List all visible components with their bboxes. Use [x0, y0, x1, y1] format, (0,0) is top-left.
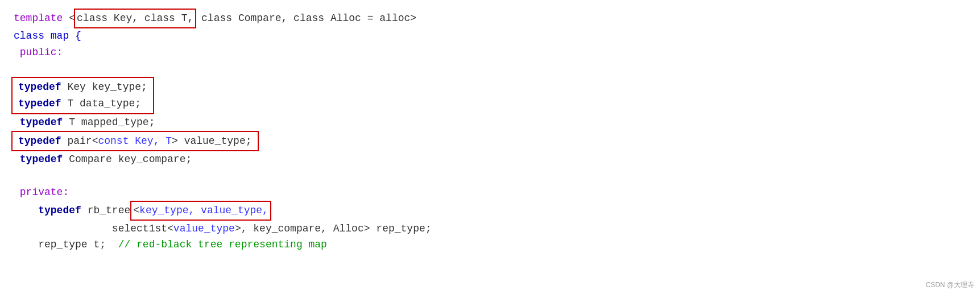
rep-type-t: rep_type t;	[14, 237, 118, 253]
code-line-10: typedef rb_tree<key_type, value_type,	[11, 201, 969, 221]
comment-red-black: // red-black tree representing map	[118, 237, 327, 253]
watermark: CSDN @大理寺	[925, 280, 974, 291]
rb-tree-params-box: <key_type, value_type,	[130, 201, 271, 221]
angle-bracket-close: >	[410, 10, 416, 27]
keyword-template: template	[14, 10, 69, 27]
code-line-8: typedef Compare key_compare;	[11, 151, 969, 168]
keyword-typedef-2: typedef	[18, 96, 61, 112]
keyword-typedef-1: typedef	[18, 79, 61, 96]
typedef-mapped-type: T mapped_type;	[63, 114, 155, 131]
keyword-typedef-6: typedef	[38, 202, 81, 219]
code-line-7: typedef pair<const Key, T> value_type;	[16, 133, 254, 150]
keyword-typedef-5: typedef	[14, 151, 63, 168]
template-params-highlighted: class Key, class T,	[74, 9, 196, 28]
code-block: template <class Key, class T, class Comp…	[11, 9, 969, 253]
code-line-3: public:	[11, 44, 969, 61]
typedef-key-type: Key key_type;	[61, 79, 147, 96]
code-line-1: template <class Key, class T, class Comp…	[11, 9, 969, 28]
typedef-value-type-box: typedef pair<const Key, T> value_type;	[11, 131, 259, 152]
lt-bracket: <	[133, 205, 139, 216]
keyword-public: public:	[14, 44, 63, 61]
code-line-12: rep_type t; // red-black tree representi…	[11, 237, 969, 253]
rb-tree-params: key_type, value_type,	[139, 205, 268, 216]
code-line-11: select1st<value_type>, key_compare, Allo…	[11, 221, 969, 237]
code-line-blank2	[11, 168, 969, 184]
code-line-9: private:	[11, 184, 969, 201]
code-line-6: typedef T mapped_type;	[11, 114, 969, 131]
typedef-key-compare: Compare key_compare;	[63, 151, 192, 168]
rb-tree-end: >, key_compare, Alloc> rep_type;	[235, 221, 432, 237]
value-type-ref: value_type	[173, 221, 235, 237]
code-line-5: typedef T data_type;	[16, 96, 150, 112]
code-line-blank1	[11, 60, 969, 77]
value-type-rest: > value_type;	[172, 133, 251, 150]
pair-open: pair<	[61, 133, 98, 150]
keyword-typedef-4: typedef	[18, 133, 61, 150]
code-line-2: class map {	[11, 28, 969, 44]
typedef-data-type: T data_type;	[61, 96, 141, 112]
keyword-private: private:	[14, 184, 69, 201]
template-params-rest: class Compare, class Alloc = alloc	[195, 10, 410, 27]
code-line-4: typedef Key key_type;	[16, 79, 150, 96]
typedef-indent	[14, 202, 38, 219]
rb-tree-indent: select1st<	[14, 221, 173, 237]
keyword-typedef-3: typedef	[14, 114, 63, 131]
class-map: class map {	[14, 28, 81, 44]
pair-params: const Key, T	[98, 133, 172, 150]
rb-tree-open: rb_tree	[81, 202, 130, 219]
typedef-group-1: typedef Key key_type; typedef T data_typ…	[11, 77, 154, 114]
